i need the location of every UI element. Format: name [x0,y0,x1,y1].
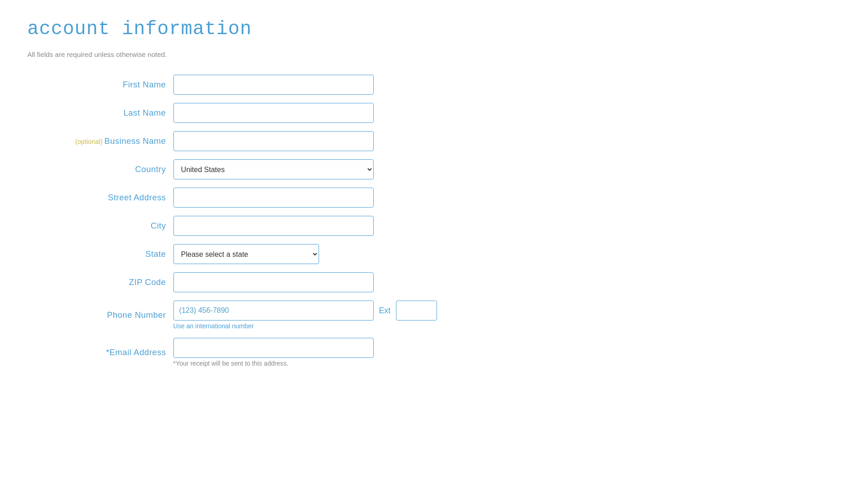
email-address-label: *Email Address [106,347,166,357]
ext-input[interactable] [396,300,437,321]
first-name-label-cell: First Name [27,75,173,103]
business-name-input[interactable] [173,131,374,151]
account-form: First Name Last Name (optional)Business … [27,75,437,375]
street-address-input[interactable] [173,188,374,208]
state-row: State Please select a state Alabama Alas… [27,244,437,272]
country-label: Country [135,164,166,174]
business-name-label: Business Name [104,136,166,146]
zip-code-input[interactable] [173,272,374,292]
phone-number-label-cell: Phone Number [27,300,173,338]
business-name-input-cell [173,131,437,159]
zip-code-label-cell: ZIP Code [27,272,173,300]
email-address-input[interactable] [173,338,374,358]
street-address-label: Street Address [108,193,166,202]
last-name-label-cell: Last Name [27,103,173,131]
form-subtitle: All fields are required unless otherwise… [27,51,841,58]
city-row: City [27,216,437,244]
state-select[interactable]: Please select a state Alabama Alaska Ari… [173,244,319,264]
page-title: account information [27,18,841,40]
country-input-cell: United States Canada United Kingdom Aust… [173,159,437,188]
first-name-input-cell [173,75,437,103]
phone-number-label: Phone Number [107,310,166,320]
ext-label: Ext [379,306,391,316]
city-input[interactable] [173,216,374,236]
phone-inputs-group: (123) 456-7890 Ext [173,300,437,321]
business-name-row: (optional)Business Name [27,131,437,159]
last-name-input-cell [173,103,437,131]
country-label-cell: Country [27,159,173,188]
last-name-label: Last Name [123,108,166,117]
email-address-row: *Email Address *Your receipt will be sen… [27,338,437,375]
phone-help-text[interactable]: Use an international number [173,322,254,330]
city-label: City [151,221,166,230]
first-name-input[interactable] [173,75,374,95]
last-name-row: Last Name [27,103,437,131]
first-name-row: First Name [27,75,437,103]
business-name-label-cell: (optional)Business Name [27,131,173,159]
zip-code-input-cell [173,272,437,300]
country-row: Country United States Canada United King… [27,159,437,188]
street-address-row: Street Address [27,188,437,216]
email-receipt-text: *Your receipt will be sent to this addre… [173,360,437,367]
zip-code-label: ZIP Code [129,277,166,287]
phone-number-input[interactable]: (123) 456-7890 [173,300,374,321]
phone-row-container: (123) 456-7890 Ext Use an international … [173,300,437,330]
last-name-input[interactable] [173,103,374,123]
phone-number-input-cell: (123) 456-7890 Ext Use an international … [173,300,437,338]
zip-code-row: ZIP Code [27,272,437,300]
phone-number-row: Phone Number (123) 456-7890 Ext Use an i… [27,300,437,338]
email-address-label-cell: *Email Address [27,338,173,375]
first-name-label: First Name [123,80,166,89]
street-address-label-cell: Street Address [27,188,173,216]
email-address-input-cell: *Your receipt will be sent to this addre… [173,338,437,375]
optional-tag: (optional) [75,138,102,145]
state-label: State [145,249,166,259]
country-select[interactable]: United States Canada United Kingdom Aust… [173,159,374,179]
state-input-cell: Please select a state Alabama Alaska Ari… [173,244,437,272]
city-input-cell [173,216,437,244]
city-label-cell: City [27,216,173,244]
state-label-cell: State [27,244,173,272]
street-address-input-cell [173,188,437,216]
